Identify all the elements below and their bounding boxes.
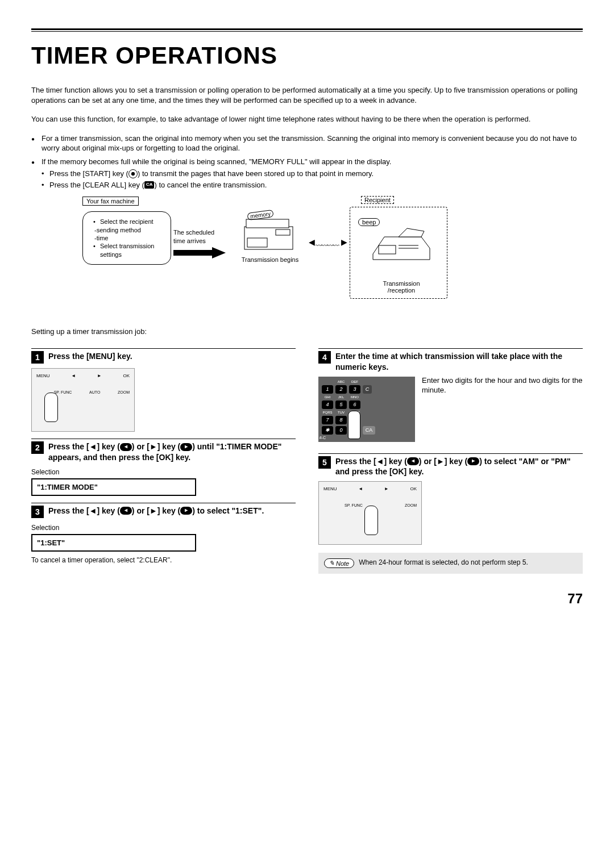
step-2-title: Press the [◄] key (◄) or [►] key (►) unt… <box>48 441 296 462</box>
ok-label: OK <box>123 373 130 390</box>
setup-intro: Setting up a timer transmission job: <box>31 327 583 336</box>
sub-start: Press the [START] key () to transmit the… <box>42 169 583 179</box>
left-key-icon: ◄ <box>120 443 132 451</box>
schedule-label: The scheduled time arrives <box>173 228 225 245</box>
control-panel-illustration-2: MENU ◄► OK SP. FUNC ZOOM <box>318 481 422 545</box>
cancel-note: To cancel a timer operation, select "2:C… <box>31 556 296 564</box>
svg-rect-2 <box>276 229 290 235</box>
numeric-keypad-illustration: ABCDEF 123C GHIJKLMNO 456 PQRSTUVWXYZ 78… <box>318 377 415 442</box>
hand-pointer-icon-3 <box>364 506 378 535</box>
step-1-title: Press the [MENU] key. <box>48 351 132 361</box>
sub-clear-all: Press the [CLEAR ALL] key (CA) to cancel… <box>42 180 583 190</box>
acc-label: ACC #-C <box>318 436 326 440</box>
step-number-3: 3 <box>31 506 44 518</box>
step-4: 4 Enter the time at which transmission w… <box>318 348 583 372</box>
rule-thin <box>31 31 583 32</box>
menu-label: MENU <box>36 373 50 390</box>
selection-label-2: Selection <box>31 468 296 476</box>
your-fax-label: Your fax machine <box>82 197 139 206</box>
step-3: 3 Press the [◄] key (◄) or [►] key (►) t… <box>31 503 296 518</box>
right-key-icon: ► <box>180 443 192 451</box>
rule-thick <box>31 28 583 30</box>
step-1: 1 Press the [MENU] key. <box>31 348 296 364</box>
svg-rect-4 <box>379 245 396 254</box>
hand-pointer-icon-2 <box>348 411 360 439</box>
arrow-both-icon: ▶ <box>341 237 347 247</box>
bullet-memory-full: If the memory becomes full while the ori… <box>31 157 583 190</box>
step-2: 2 Press the [◄] key (◄) or [►] key (►) u… <box>31 439 296 462</box>
intro-p2: You can use this function, for example, … <box>31 114 583 124</box>
step-5: 5 Press the [◄] key (◄) or [►] key (►) t… <box>318 453 583 477</box>
intro-p1: The timer function allows you to set a t… <box>31 85 583 105</box>
fax-machine-icon <box>367 226 435 268</box>
arrow-shaft <box>173 250 213 256</box>
display-set: "1:SET" <box>31 534 196 552</box>
page-number: 77 <box>31 591 583 607</box>
right-key-icon-2: ► <box>180 507 192 515</box>
note-text: When 24-hour format is selected, do not … <box>359 558 528 567</box>
intro-block: The timer function allows you to set a t… <box>31 85 583 190</box>
step-number-2: 2 <box>31 441 44 454</box>
tx-rx-label: Transmission /reception <box>373 280 430 294</box>
flow-diagram: Your fax machine Select the recipient -s… <box>82 197 583 310</box>
note-pill: ✎ Note <box>324 558 354 568</box>
start-key-icon <box>128 169 138 178</box>
step-number-4: 4 <box>318 351 331 364</box>
control-panel-illustration-1: MENU ◄► OK SP. FUNC AUTO ZOOM <box>31 368 135 432</box>
settings-box: Select the recipient -sending method -ti… <box>82 211 171 264</box>
svg-rect-1 <box>246 219 289 228</box>
bullet-scan-memory: For a timer transmission, scan the origi… <box>31 133 583 153</box>
step-number-1: 1 <box>31 351 44 364</box>
copier-icon <box>236 212 304 255</box>
wave-icon: 〰〰〰〰 <box>316 242 338 250</box>
recipient-label: Recipient <box>361 196 394 204</box>
svg-rect-3 <box>247 238 267 247</box>
left-key-icon-2: ◄ <box>120 507 132 515</box>
display-timer-mode: "1:TIMER MODE" <box>31 478 196 496</box>
arrow-head-icon <box>212 247 226 258</box>
left-column: 1 Press the [MENU] key. MENU ◄► OK SP. F… <box>31 341 296 574</box>
recipient-box: beep Transmission /reception <box>350 207 447 299</box>
step-4-title: Enter the time at which transmission wil… <box>335 351 583 372</box>
sender-machine: memory Transmission begins <box>230 212 310 263</box>
step-5-title: Press the [◄] key (◄) or [►] key (►) to … <box>335 456 583 477</box>
hand-pointer-icon <box>44 393 58 422</box>
right-column: 4 Enter the time at which transmission w… <box>318 341 583 574</box>
note-box: ✎ Note When 24-hour format is selected, … <box>318 553 583 574</box>
right-key-icon-3: ► <box>467 457 479 465</box>
selection-label-3: Selection <box>31 524 296 532</box>
step-number-5: 5 <box>318 456 331 469</box>
page-title: TIMER OPERATIONS <box>31 42 583 69</box>
pencil-icon: ✎ <box>329 560 334 567</box>
left-key-icon-3: ◄ <box>407 457 419 465</box>
beep-bubble: beep <box>358 218 380 226</box>
arrow-both-icon-2: ◀ <box>309 237 315 247</box>
step-3-title: Press the [◄] key (◄) or [►] key (►) to … <box>48 506 264 516</box>
clear-all-key-icon: CA <box>144 181 155 189</box>
